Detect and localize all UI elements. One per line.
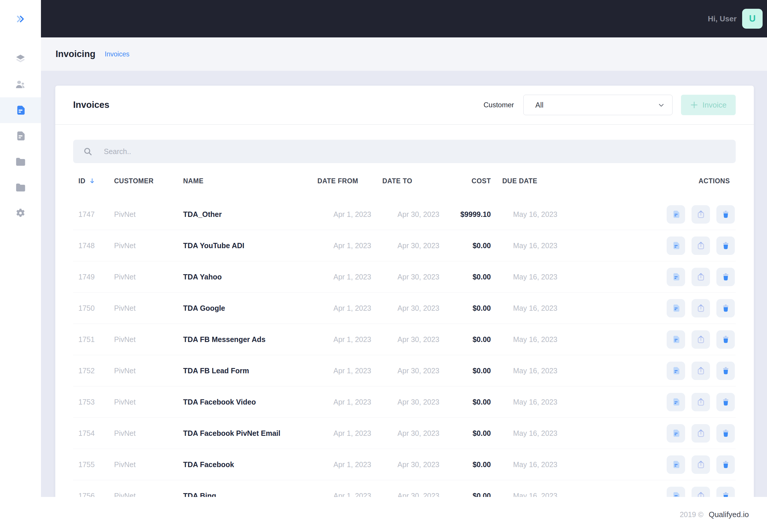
export-invoice-button[interactable] <box>692 268 710 286</box>
trash-icon <box>721 460 730 469</box>
invoice-date-from: Apr 1, 2023 <box>316 398 379 406</box>
view-invoice-button[interactable] <box>667 393 685 411</box>
col-header-due-date[interactable]: DUE DATE <box>499 177 587 185</box>
delete-invoice-button[interactable] <box>716 205 735 224</box>
delete-invoice-button[interactable] <box>716 424 735 443</box>
search-icon <box>83 147 93 156</box>
delete-invoice-button[interactable] <box>716 362 735 380</box>
invoice-date-from: Apr 1, 2023 <box>316 429 379 438</box>
invoice-date-from: Apr 1, 2023 <box>316 273 379 281</box>
sidebar-item-customers[interactable] <box>0 72 41 97</box>
share-export-icon <box>696 397 706 407</box>
invoice-customer: PivNet <box>114 304 183 312</box>
export-invoice-button[interactable] <box>692 424 710 443</box>
export-invoice-button[interactable] <box>692 299 710 317</box>
export-invoice-button[interactable] <box>692 236 710 255</box>
share-export-icon <box>696 334 706 344</box>
invoice-id: 1747 <box>73 210 114 219</box>
export-invoice-button[interactable] <box>692 330 710 349</box>
col-header-customer[interactable]: CUSTOMER <box>114 177 183 185</box>
invoice-actions <box>587 424 736 443</box>
invoice-due-date: May 16, 2023 <box>499 304 587 312</box>
invoice-date-from: Apr 1, 2023 <box>316 367 379 375</box>
sidebar-collapse-button[interactable] <box>15 14 26 24</box>
delete-invoice-button[interactable] <box>716 299 735 317</box>
customer-filter-select[interactable]: All <box>523 95 673 115</box>
invoice-due-date: May 16, 2023 <box>499 460 587 469</box>
invoice-cost: $0.00 <box>448 398 499 406</box>
sidebar-item-folder-2[interactable] <box>0 175 41 200</box>
add-invoice-label: Invoice <box>702 101 726 110</box>
document-icon <box>15 130 26 142</box>
view-invoice-button[interactable] <box>667 236 685 255</box>
invoice-date-to: Apr 30, 2023 <box>379 367 448 375</box>
table-row: 1747 PivNet TDA_Other Apr 1, 2023 Apr 30… <box>73 199 736 230</box>
col-header-id[interactable]: ID <box>78 177 85 185</box>
invoice-id: 1754 <box>73 429 114 438</box>
sidebar <box>0 0 41 532</box>
invoice-due-date: May 16, 2023 <box>499 210 587 219</box>
customer-filter-label: Customer <box>484 101 514 109</box>
trash-icon <box>721 335 730 344</box>
sidebar-item-settings[interactable] <box>0 200 41 226</box>
invoice-name: TDA_Other <box>183 210 316 219</box>
breadcrumb-link-invoices[interactable]: Invoices <box>105 50 129 58</box>
invoice-actions <box>587 299 736 317</box>
sidebar-nav <box>0 46 41 226</box>
col-header-date-from[interactable]: DATE FROM <box>316 177 379 185</box>
invoice-name: TDA YouTube ADI <box>183 241 316 250</box>
view-invoice-button[interactable] <box>667 424 685 443</box>
table-row: 1750 PivNet TDA Google Apr 1, 2023 Apr 3… <box>73 293 736 324</box>
delete-invoice-button[interactable] <box>716 236 735 255</box>
invoice-date-from: Apr 1, 2023 <box>316 210 379 219</box>
sort-desc-icon[interactable] <box>88 177 96 185</box>
sidebar-item-documents[interactable] <box>0 123 41 149</box>
col-header-cost[interactable]: COST <box>448 177 499 185</box>
sidebar-item-folder-1[interactable] <box>0 149 41 175</box>
invoice-id: 1752 <box>73 367 114 375</box>
invoice-date-from: Apr 1, 2023 <box>316 304 379 312</box>
view-invoice-button[interactable] <box>667 362 685 380</box>
view-invoice-button[interactable] <box>667 299 685 317</box>
view-invoice-button[interactable] <box>667 455 685 474</box>
col-header-date-to[interactable]: DATE TO <box>379 177 448 185</box>
invoice-customer: PivNet <box>114 460 183 469</box>
delete-invoice-button[interactable] <box>716 330 735 349</box>
export-invoice-button[interactable] <box>692 362 710 380</box>
avatar[interactable]: U <box>742 9 763 29</box>
sidebar-item-campaigns[interactable] <box>0 46 41 72</box>
view-invoice-button[interactable] <box>667 268 685 286</box>
invoice-due-date: May 16, 2023 <box>499 273 587 281</box>
invoice-cost: $0.00 <box>448 335 499 344</box>
trash-icon <box>721 366 730 375</box>
invoice-actions <box>587 268 736 286</box>
invoice-date-from: Apr 1, 2023 <box>316 460 379 469</box>
delete-invoice-button[interactable] <box>716 393 735 411</box>
export-invoice-button[interactable] <box>692 393 710 411</box>
trash-icon <box>721 303 730 313</box>
col-header-name[interactable]: NAME <box>183 177 316 185</box>
view-invoice-button[interactable] <box>667 330 685 349</box>
export-invoice-button[interactable] <box>692 455 710 474</box>
invoice-id: 1749 <box>73 273 114 281</box>
table-row: 1754 PivNet TDA Facebook PivNet Email Ap… <box>73 418 736 449</box>
plus-icon <box>690 101 698 109</box>
invoice-due-date: May 16, 2023 <box>499 429 587 438</box>
invoice-actions <box>587 330 736 349</box>
invoice-date-to: Apr 30, 2023 <box>379 304 448 312</box>
table-row: 1749 PivNet TDA Yahoo Apr 1, 2023 Apr 30… <box>73 261 736 293</box>
table-row: 1755 PivNet TDA Facebook Apr 1, 2023 Apr… <box>73 449 736 480</box>
page-title: Invoicing <box>56 49 95 59</box>
export-invoice-button[interactable] <box>692 205 710 224</box>
delete-invoice-button[interactable] <box>716 268 735 286</box>
sidebar-item-invoices[interactable] <box>0 97 41 123</box>
trash-icon <box>721 429 730 438</box>
double-chevron-right-icon <box>15 14 26 24</box>
table-row: 1753 PivNet TDA Facebook Video Apr 1, 20… <box>73 386 736 418</box>
search-input[interactable] <box>103 147 736 156</box>
view-invoice-button[interactable] <box>667 205 685 224</box>
table-header-row: ID CUSTOMER NAME DATE FROM DATE TO COST … <box>73 163 736 199</box>
add-invoice-button[interactable]: Invoice <box>681 95 736 115</box>
delete-invoice-button[interactable] <box>716 455 735 474</box>
panel-title: Invoices <box>73 100 109 110</box>
